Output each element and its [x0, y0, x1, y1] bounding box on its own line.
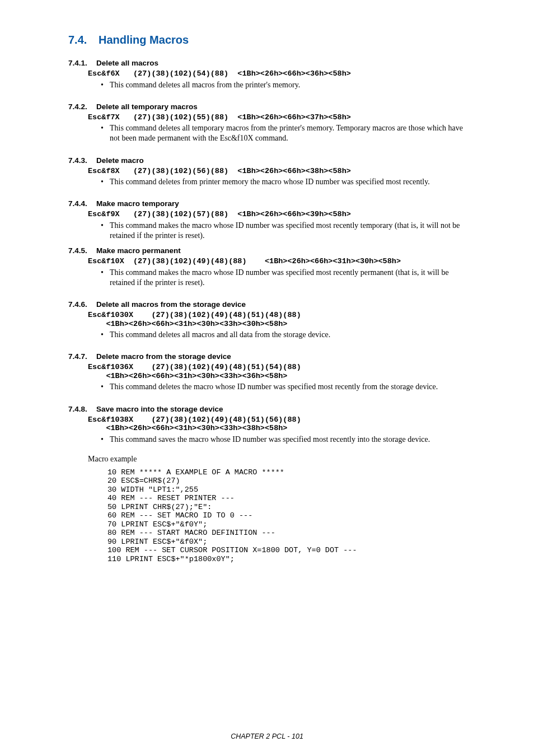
subsection-heading: 7.4.5.Make macro permanent	[68, 246, 472, 255]
bullet-item: This command deletes all macros and all …	[101, 330, 472, 340]
subsection-number: 7.4.7.	[68, 352, 96, 361]
command-code: Esc&f1030X (27)(38)(102)(49)(48)(51)(48)…	[88, 311, 472, 328]
bullet-list: This command deletes all temporary macro…	[68, 123, 472, 143]
bullet-item: This command makes the macro whose ID nu…	[101, 268, 472, 288]
section-7-4-2: 7.4.2.Delete all temporary macros Esc&f7…	[68, 102, 472, 144]
subsection-title: Delete macro	[96, 156, 144, 165]
subsection-number: 7.4.6.	[68, 300, 96, 309]
subsection-heading: 7.4.4.Make macro temporary	[68, 199, 472, 208]
command-code: Esc&f7X (27)(38)(102)(55)(88) <1Bh><26h>…	[88, 113, 472, 122]
example-label: Macro example	[88, 455, 472, 464]
command-code: Esc&f6X (27)(38)(102)(54)(88) <1Bh><26h>…	[88, 69, 472, 78]
bullet-item: This command deletes from printer memory…	[101, 177, 472, 187]
section-7-4-1: 7.4.1.Delete all macros Esc&f6X (27)(38)…	[68, 59, 472, 90]
subsection-heading: 7.4.1.Delete all macros	[68, 59, 472, 67]
subsection-number: 7.4.1.	[68, 59, 96, 67]
subsection-number: 7.4.5.	[68, 246, 96, 255]
command-code: Esc&f1038X (27)(38)(102)(49)(48)(51)(56)…	[88, 416, 472, 433]
subsection-heading: 7.4.6.Delete all macros from the storage…	[68, 300, 472, 309]
bullet-item: This command deletes the macro whose ID …	[101, 382, 472, 392]
bullet-list: This command deletes the macro whose ID …	[68, 382, 472, 392]
subsection-heading: 7.4.8.Save macro into the storage device	[68, 405, 472, 413]
subsection-title: Save macro into the storage device	[96, 405, 223, 413]
bullet-list: This command saves the macro whose ID nu…	[68, 435, 472, 445]
bullet-item: This command makes the macro whose ID nu…	[101, 221, 472, 241]
subsection-number: 7.4.8.	[68, 405, 96, 413]
subsection-heading: 7.4.2.Delete all temporary macros	[68, 102, 472, 111]
bullet-item: This command saves the macro whose ID nu…	[101, 435, 472, 445]
subsection-number: 7.4.2.	[68, 102, 96, 111]
bullet-list: This command makes the macro whose ID nu…	[68, 221, 472, 241]
section-7-4-4: 7.4.4.Make macro temporary Esc&f9X (27)(…	[68, 199, 472, 241]
bullet-list: This command deletes from printer memory…	[68, 177, 472, 187]
subsection-title: Delete macro from the storage device	[96, 352, 231, 361]
subsection-title: Make macro permanent	[96, 246, 181, 255]
bullet-list: This command makes the macro whose ID nu…	[68, 268, 472, 288]
example-code: 10 REM ***** A EXAMPLE OF A MACRO ***** …	[107, 468, 472, 564]
command-code: Esc&f9X (27)(38)(102)(57)(88) <1Bh><26h>…	[88, 210, 472, 219]
subsection-title: Delete all temporary macros	[96, 102, 198, 111]
subsection-heading: 7.4.7.Delete macro from the storage devi…	[68, 352, 472, 361]
subsection-title: Delete all macros from the storage devic…	[96, 300, 246, 309]
section-title: 7.4.Handling Macros	[68, 34, 472, 46]
subsection-title: Delete all macros	[96, 59, 158, 67]
bullet-item: This command deletes all temporary macro…	[101, 123, 472, 143]
section-number: 7.4.	[68, 34, 99, 46]
bullet-list: This command deletes all macros and all …	[68, 330, 472, 340]
subsection-heading: 7.4.3.Delete macro	[68, 156, 472, 165]
page: 7.4.Handling Macros 7.4.1.Delete all mac…	[0, 0, 534, 756]
section-7-4-8: 7.4.8.Save macro into the storage device…	[68, 405, 472, 445]
section-7-4-3: 7.4.3.Delete macro Esc&f8X (27)(38)(102)…	[68, 156, 472, 188]
bullet-list: This command deletes all macros from the…	[68, 80, 472, 90]
section-heading-text: Handling Macros	[99, 34, 189, 46]
section-7-4-7: 7.4.7.Delete macro from the storage devi…	[68, 352, 472, 392]
command-code: Esc&f10X (27)(38)(102)(49)(48)(88) <1Bh>…	[88, 257, 472, 266]
section-7-4-5: 7.4.5.Make macro permanent Esc&f10X (27)…	[68, 246, 472, 288]
subsection-number: 7.4.4.	[68, 199, 96, 208]
command-code: Esc&f8X (27)(38)(102)(56)(88) <1Bh><26h>…	[88, 167, 472, 176]
bullet-item: This command deletes all macros from the…	[101, 80, 472, 90]
subsection-number: 7.4.3.	[68, 156, 96, 165]
subsection-title: Make macro temporary	[96, 199, 179, 208]
command-code: Esc&f1036X (27)(38)(102)(49)(48)(51)(54)…	[88, 363, 472, 380]
page-footer: CHAPTER 2 PCL - 101	[0, 732, 534, 740]
section-7-4-6: 7.4.6.Delete all macros from the storage…	[68, 300, 472, 340]
